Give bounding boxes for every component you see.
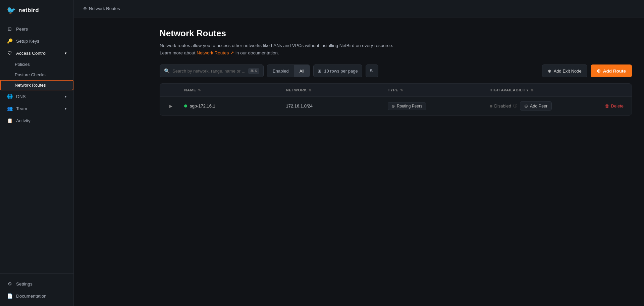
- logo-icon: 🐦: [7, 6, 16, 15]
- exit-node-icon: ⊕: [548, 69, 551, 74]
- peers-icon: ⊡: [7, 26, 13, 32]
- sidebar-item-policies[interactable]: Policies: [0, 59, 73, 70]
- add-route-button[interactable]: ⊕ Add Route: [591, 64, 632, 77]
- th-expand: [164, 84, 180, 96]
- filter-group: Enabled All: [267, 64, 310, 77]
- expand-button[interactable]: ▶: [168, 102, 174, 110]
- sort-icon: ⇅: [309, 88, 312, 92]
- add-route-icon: ⊕: [597, 68, 601, 74]
- search-box: 🔍 ⌘ K: [160, 64, 264, 77]
- page-description: Network routes allow you to access other…: [160, 42, 632, 56]
- th-actions: [587, 84, 628, 96]
- sidebar-item-team[interactable]: 👥 Team ▾: [0, 102, 73, 115]
- sidebar-item-label: Setup Keys: [16, 39, 39, 44]
- table-row: ▶ sgp-172.16.1 172.16.1.0/24 ⊛ Routing P…: [160, 97, 632, 115]
- table-header: NAME ⇅ NETWORK ⇅ TYPE ⇅ HIGH AVAILABILIT…: [160, 84, 632, 97]
- chevron-down-icon: ▾: [65, 51, 67, 55]
- sidebar-item-documentation[interactable]: 📄 Documentation: [0, 290, 73, 302]
- desc-text-2: Learn more about: [160, 50, 196, 55]
- sidebar-item-settings[interactable]: ⚙ Settings: [0, 278, 73, 290]
- type-label: Routing Peers: [397, 104, 422, 108]
- chevron-right-icon: ▾: [65, 106, 67, 111]
- ha-status: Disabled ⓘ: [490, 103, 518, 109]
- sort-icon: ⇅: [531, 88, 534, 92]
- add-peer-button[interactable]: ⊕ Add Peer: [520, 101, 552, 111]
- setup-keys-icon: 🔑: [7, 38, 13, 44]
- sidebar-item-posture-checks[interactable]: Posture Checks: [0, 70, 73, 80]
- sidebar-item-label: Peers: [16, 27, 28, 32]
- sidebar-item-access-control[interactable]: 🛡 Access Control ▾: [0, 47, 73, 59]
- delete-button[interactable]: 🗑 Delete: [605, 103, 624, 108]
- refresh-icon: ↻: [370, 68, 374, 74]
- td-actions: 🗑 Delete: [587, 99, 628, 113]
- sidebar-item-setup-keys[interactable]: 🔑 Setup Keys: [0, 35, 73, 47]
- breadcrumb: Network Routes: [89, 6, 120, 11]
- add-peer-label: Add Peer: [530, 104, 547, 108]
- sidebar-item-label: Access Control: [16, 51, 47, 56]
- status-dot: [184, 104, 187, 107]
- chevron-right-icon: ▾: [65, 94, 67, 99]
- desc-text-3: in our documentation.: [235, 50, 279, 55]
- td-type: ⊛ Routing Peers: [384, 97, 486, 115]
- add-route-label: Add Route: [603, 69, 626, 74]
- add-exit-node-button[interactable]: ⊕ Add Exit Node: [542, 64, 587, 77]
- filter-enabled-button[interactable]: Enabled: [267, 65, 294, 77]
- sidebar-item-label: Posture Checks: [15, 72, 46, 77]
- toolbar: 🔍 ⌘ K Enabled All ⊞ 10 rows per page ↻ ⊕…: [160, 64, 632, 77]
- sidebar-item-label: Policies: [15, 62, 30, 67]
- rows-per-page-selector[interactable]: ⊞ 10 rows per page: [313, 64, 362, 77]
- th-network: NETWORK ⇅: [282, 84, 384, 96]
- sort-icon: ⇅: [198, 88, 201, 92]
- ha-label: Disabled: [494, 103, 512, 108]
- sidebar-nav: ⊡ Peers 🔑 Setup Keys 🛡 Access Control ▾ …: [0, 20, 73, 273]
- sidebar: 🐦 netbird ⊡ Peers 🔑 Setup Keys 🛡 Access …: [0, 0, 74, 306]
- access-control-icon: 🛡: [7, 50, 13, 56]
- network-routes-breadcrumb-icon: ⊕: [83, 6, 87, 11]
- sidebar-item-label: Settings: [16, 281, 33, 287]
- logo-text: netbird: [18, 7, 39, 14]
- activity-icon: 📋: [7, 118, 13, 123]
- type-badge: ⊛ Routing Peers: [388, 102, 426, 110]
- add-peer-icon: ⊕: [524, 103, 528, 108]
- add-exit-node-label: Add Exit Node: [554, 69, 582, 74]
- dns-icon: 🌐: [7, 94, 13, 99]
- page-title: Network Routes: [160, 28, 632, 39]
- info-icon: ⓘ: [513, 103, 517, 109]
- refresh-button[interactable]: ↻: [366, 64, 378, 77]
- settings-icon: ⚙: [7, 281, 13, 287]
- sidebar-item-label: Network Routes: [15, 83, 46, 88]
- network-value: 172.16.1.0/24: [286, 103, 313, 108]
- td-high-availability: Disabled ⓘ ⊕ Add Peer: [486, 97, 588, 115]
- delete-icon: 🗑: [605, 103, 609, 108]
- sidebar-item-dns[interactable]: 🌐 DNS ▾: [0, 90, 73, 102]
- rows-per-page-label: 10 rows per page: [324, 69, 358, 74]
- sidebar-item-activity[interactable]: 📋 Activity: [0, 115, 73, 127]
- team-icon: 👥: [7, 106, 13, 111]
- th-type: TYPE ⇅: [384, 84, 486, 96]
- delete-label: Delete: [611, 103, 624, 108]
- search-shortcut: ⌘ K: [248, 68, 259, 74]
- route-name: sgp-172.16.1: [190, 103, 215, 108]
- search-input[interactable]: [172, 69, 246, 74]
- table-icon: ⊞: [318, 69, 321, 74]
- routes-table: NAME ⇅ NETWORK ⇅ TYPE ⇅ HIGH AVAILABILIT…: [160, 83, 632, 116]
- sidebar-item-label: Activity: [16, 118, 31, 123]
- sidebar-item-label: Team: [16, 106, 27, 111]
- documentation-icon: 📄: [7, 293, 13, 299]
- network-routes-link[interactable]: Network Routes ↗: [197, 50, 234, 55]
- th-high-availability: HIGH AVAILABILITY ⇅: [486, 84, 588, 96]
- routing-peers-icon: ⊛: [391, 104, 395, 108]
- search-icon: 🔍: [164, 68, 170, 74]
- topbar: ⊕ Network Routes: [74, 0, 644, 17]
- filter-all-button[interactable]: All: [294, 65, 310, 77]
- sidebar-item-label: Documentation: [16, 294, 47, 299]
- desc-text-1: Network routes allow you to access other…: [160, 43, 393, 48]
- sidebar-item-peers[interactable]: ⊡ Peers: [0, 23, 73, 35]
- td-name: sgp-172.16.1: [180, 99, 282, 113]
- sort-icon: ⇅: [400, 88, 403, 92]
- logo: 🐦 netbird: [0, 0, 73, 20]
- sidebar-bottom: ⚙ Settings 📄 Documentation: [0, 273, 73, 306]
- main-content: Network Routes Network routes allow you …: [148, 17, 644, 306]
- sidebar-item-network-routes[interactable]: Network Routes: [0, 80, 73, 90]
- th-name: NAME ⇅: [180, 84, 282, 96]
